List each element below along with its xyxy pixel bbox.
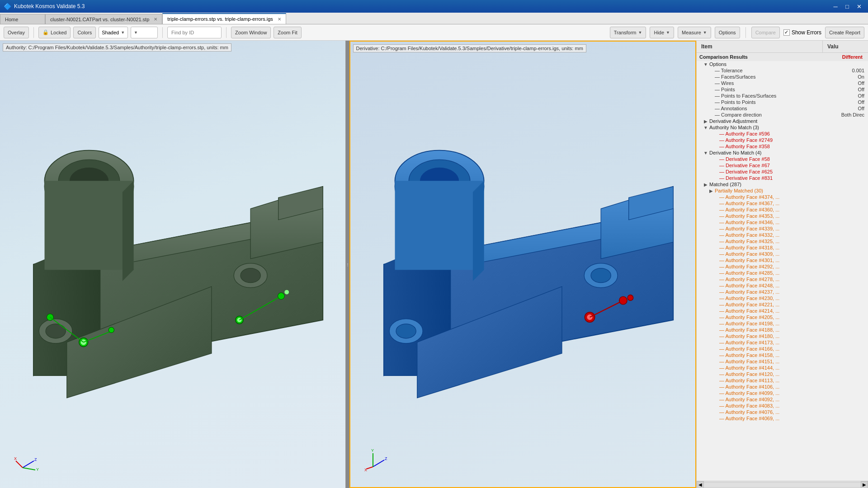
authority-no-match-item[interactable]: — Authority Face #596 xyxy=(697,131,868,137)
partially-matched-item[interactable]: — Authority Face #4301, ... xyxy=(697,257,868,263)
scroll-left-arrow[interactable]: ◀ xyxy=(697,481,704,488)
partially-matched-item[interactable]: — Authority Face #4353, ... xyxy=(697,213,868,219)
transform-dropdown[interactable]: Transform ▼ xyxy=(610,27,646,38)
partially-matched-item[interactable]: — Authority Face #4339, ... xyxy=(697,225,868,232)
option-row[interactable]: — Faces/SurfacesOn xyxy=(697,74,868,80)
matched-row[interactable]: ▶ Matched (287) xyxy=(697,181,868,188)
partially-matched-item[interactable]: — Authority Face #4374, ... xyxy=(697,194,868,200)
partially-matched-item[interactable]: — Authority Face #4205, ... xyxy=(697,314,868,320)
show-errors-toggle[interactable]: ✓ Show Errors xyxy=(783,29,821,36)
partially-matched-item[interactable]: — Authority Face #4180, ... xyxy=(697,333,868,339)
partially-matched-item[interactable]: — Authority Face #4120, ... xyxy=(697,371,868,377)
viewport-split-handle[interactable]: ⋮ xyxy=(346,41,349,488)
svg-marker-9 xyxy=(123,181,134,281)
partially-matched-item[interactable]: — Authority Face #4309, ... xyxy=(697,251,868,257)
create-report-button[interactable]: Create Report xyxy=(825,27,864,38)
partially-matched-item[interactable]: — Authority Face #4076, ... xyxy=(697,409,868,415)
derivative-no-match-item[interactable]: — Derivative Face #831 xyxy=(697,175,868,181)
tab-triple[interactable]: triple-clamp-errors.stp vs. triple-clamp… xyxy=(162,13,286,24)
derivative-no-match-item[interactable]: — Derivative Face #58 xyxy=(697,156,868,162)
partially-matched-item[interactable]: — Authority Face #4158, ... xyxy=(697,352,868,358)
partially-matched-item[interactable]: — Authority Face #4106, ... xyxy=(697,384,868,390)
partially-matched-expand[interactable]: ▶ xyxy=(708,188,714,193)
secondary-select[interactable]: ▼ xyxy=(131,27,158,38)
partially-matched-item[interactable]: — Authority Face #4069, ... xyxy=(697,415,868,422)
derivative-no-match-row[interactable]: ▼ Derivative No Match (4) xyxy=(697,150,868,156)
partially-matched-item[interactable]: — Authority Face #4214, ... xyxy=(697,308,868,314)
partially-matched-item[interactable]: — Authority Face #4188, ... xyxy=(697,327,868,333)
partially-matched-item[interactable]: — Authority Face #4346, ... xyxy=(697,219,868,225)
partially-matched-item[interactable]: — Authority Face #4332, ... xyxy=(697,232,868,238)
options-expand-icon[interactable]: ▼ xyxy=(703,61,708,67)
option-row[interactable]: — Points to Faces/SurfacesOff xyxy=(697,93,868,99)
partially-matched-item[interactable]: — Authority Face #4367, ... xyxy=(697,200,868,206)
partially-matched-item[interactable]: — Authority Face #4285, ... xyxy=(697,270,868,276)
derivative-no-match-item[interactable]: — Derivative Face #67 xyxy=(697,162,868,169)
partially-matched-item[interactable]: — Authority Face #4173, ... xyxy=(697,339,868,346)
locked-button[interactable]: 🔒 Locked xyxy=(38,27,71,38)
partially-matched-item[interactable]: — Authority Face #4292, ... xyxy=(697,263,868,270)
derivative-adjustment-row[interactable]: ▶ Derivative Adjustment xyxy=(697,118,868,124)
overlay-button[interactable]: Overlay xyxy=(4,27,29,38)
derivative-viewport[interactable]: Derivative: C:/Program Files/Kubotek/Val… xyxy=(349,41,697,488)
scroll-track[interactable] xyxy=(704,482,861,488)
partially-matched-row[interactable]: ▶ Partially Matched (30) xyxy=(697,188,868,194)
partially-matched-item[interactable]: — Authority Face #4083, ... xyxy=(697,403,868,409)
partially-matched-item[interactable]: — Authority Face #4221, ... xyxy=(697,301,868,308)
minimize-button[interactable]: ─ xyxy=(830,2,841,11)
show-errors-checkbox[interactable]: ✓ xyxy=(783,29,790,36)
compare-button[interactable]: Compare xyxy=(751,27,780,38)
right-panel-scrollbar[interactable]: ◀ ▶ xyxy=(697,481,868,488)
options-section-row[interactable]: ▼ Options xyxy=(697,61,868,67)
tree-container[interactable]: Comparison Results Different ▼ Options —… xyxy=(697,53,868,481)
partially-matched-item[interactable]: — Authority Face #4113, ... xyxy=(697,377,868,384)
derivative-no-match-item[interactable]: — Derivative Face #625 xyxy=(697,169,868,175)
tab-home[interactable]: Home xyxy=(0,14,45,24)
partially-matched-item[interactable]: — Authority Face #4318, ... xyxy=(697,244,868,251)
tab-triple-close[interactable]: ✕ xyxy=(278,17,281,22)
partially-matched-item[interactable]: — Authority Face #4099, ... xyxy=(697,390,868,396)
options-button[interactable]: Options xyxy=(715,27,740,38)
partially-matched-item[interactable]: — Authority Face #4278, ... xyxy=(697,276,868,282)
authority-no-match-row[interactable]: ▼ Authority No Match (3) xyxy=(697,124,868,131)
hide-dropdown[interactable]: Hide ▼ xyxy=(650,27,674,38)
partially-matched-item-label: — Authority Face #4221, ... xyxy=(714,302,779,307)
tab-cluster[interactable]: cluster-N0021.CATPart vs. cluster-N0021.… xyxy=(45,14,162,24)
derivative-no-match-expand[interactable]: ▼ xyxy=(703,150,708,155)
partially-matched-item[interactable]: — Authority Face #4248, ... xyxy=(697,282,868,289)
partially-matched-item[interactable]: — Authority Face #4092, ... xyxy=(697,396,868,403)
option-row[interactable]: — WiresOff xyxy=(697,80,868,86)
option-row[interactable]: — Tolerance0.001 xyxy=(697,67,868,74)
partially-matched-item-label: — Authority Face #4301, ... xyxy=(714,258,779,263)
authority-no-match-item[interactable]: — Authority Face #358 xyxy=(697,143,868,150)
colors-button[interactable]: Colors xyxy=(73,27,96,38)
option-row[interactable]: — PointsOff xyxy=(697,86,868,93)
partially-matched-item[interactable]: — Authority Face #4144, ... xyxy=(697,365,868,371)
tab-cluster-close[interactable]: ✕ xyxy=(154,17,157,22)
partially-matched-item[interactable]: — Authority Face #4230, ... xyxy=(697,295,868,301)
matched-expand[interactable]: ▶ xyxy=(703,182,708,187)
comparison-results-row[interactable]: Comparison Results Different xyxy=(697,53,868,61)
find-by-id-input[interactable] xyxy=(167,27,222,38)
authority-no-match-expand[interactable]: ▼ xyxy=(703,125,708,130)
option-row[interactable]: — Compare directionBoth Direc xyxy=(697,112,868,118)
partially-matched-item[interactable]: — Authority Face #4166, ... xyxy=(697,346,868,352)
authority-viewport[interactable]: Authority: C:/Program Files/Kubotek/Vali… xyxy=(0,41,346,488)
partially-matched-item[interactable]: — Authority Face #4237, ... xyxy=(697,289,868,295)
authority-no-match-list: — Authority Face #596— Authority Face #2… xyxy=(697,131,868,150)
close-button[interactable]: ✕ xyxy=(854,2,864,11)
option-row[interactable]: — Points to PointsOff xyxy=(697,99,868,105)
measure-dropdown[interactable]: Measure ▼ xyxy=(678,27,711,38)
maximize-button[interactable]: □ xyxy=(842,2,853,11)
partially-matched-item[interactable]: — Authority Face #4151, ... xyxy=(697,358,868,365)
option-label: — Tolerance xyxy=(708,68,743,73)
partially-matched-item[interactable]: — Authority Face #4360, ... xyxy=(697,206,868,213)
zoom-window-button[interactable]: Zoom Window xyxy=(231,27,271,38)
option-row[interactable]: — AnnotationsOff xyxy=(697,105,868,112)
partially-matched-item[interactable]: — Authority Face #4325, ... xyxy=(697,238,868,244)
scroll-right-arrow[interactable]: ▶ xyxy=(861,481,868,488)
zoom-fit-button[interactable]: Zoom Fit xyxy=(274,27,301,38)
partially-matched-item[interactable]: — Authority Face #4198, ... xyxy=(697,320,868,327)
shaded-select[interactable]: Shaded ▼ xyxy=(99,27,128,38)
authority-no-match-item[interactable]: — Authority Face #2749 xyxy=(697,137,868,143)
